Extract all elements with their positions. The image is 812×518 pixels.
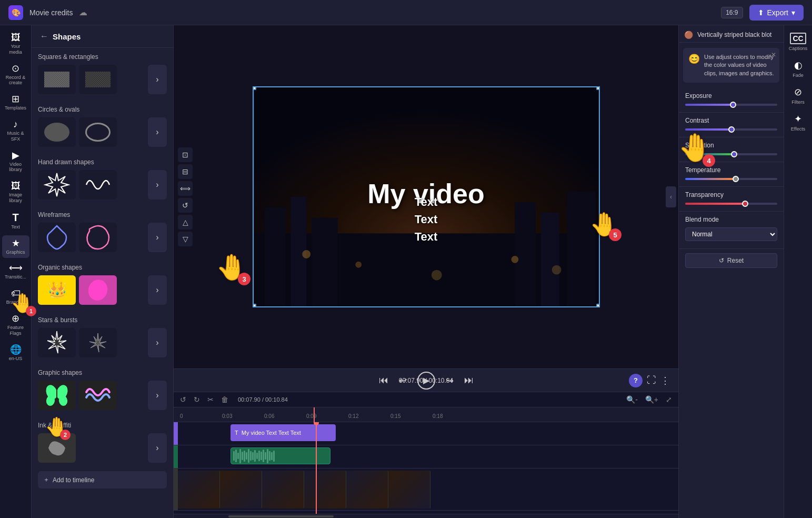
redo-button[interactable]: △	[178, 215, 193, 230]
ink-graffiti-more-button[interactable]: ›	[148, 433, 167, 463]
playhead[interactable]	[316, 422, 317, 514]
sidebar-item-text[interactable]: T Text	[2, 209, 29, 233]
contrast-slider-track[interactable]	[685, 128, 777, 131]
hand-drawn-row: ›	[38, 170, 167, 200]
circles-more-button[interactable]: ›	[148, 117, 167, 147]
exposure-slider-thumb[interactable]	[730, 102, 736, 108]
hand-drawn-more-button[interactable]: ›	[148, 170, 167, 200]
category-stars-bursts-title: Stars & bursts	[38, 316, 167, 324]
fullscreen-button[interactable]: ⛶	[647, 375, 656, 386]
timeline-undo-button[interactable]: ↺	[178, 394, 188, 405]
undo-button[interactable]: ↺	[178, 198, 193, 213]
transparency-slider-thumb[interactable]	[742, 201, 748, 207]
shape-crown-thumb[interactable]: 👑	[38, 275, 76, 305]
contrast-slider-thumb[interactable]	[728, 126, 735, 133]
crop-tool-button[interactable]: ⊡	[178, 147, 193, 162]
save-icon[interactable]: ☁	[79, 7, 87, 17]
export-button[interactable]: ⬆ Export ▾	[749, 5, 804, 21]
shape-circle-outline-thumb[interactable]	[79, 117, 117, 147]
shape-hand-star-thumb[interactable]	[38, 170, 76, 200]
canvas-text-line2: Text	[415, 210, 438, 227]
sidebar-item-language[interactable]: 🌐 en-US	[2, 342, 29, 365]
right-item-captions[interactable]: CC Captions	[786, 29, 810, 54]
sidebar-item-brand-kit[interactable]: 🏷 Brand kit	[2, 285, 29, 308]
shape-butterfly-thumb[interactable]	[38, 381, 76, 410]
reset-button[interactable]: ↺ Reset	[685, 253, 777, 268]
sidebar-item-record[interactable]: ⊙ Record & create	[2, 61, 29, 89]
selection-handle-tr[interactable]	[596, 87, 599, 90]
shape-wire1-thumb[interactable]	[38, 223, 76, 252]
shape-squiggle2-thumb[interactable]	[79, 381, 117, 410]
scroll-thumb[interactable]	[228, 515, 334, 517]
fit-timeline-button[interactable]: ⤢	[664, 394, 674, 405]
squares-row: ›	[38, 65, 167, 94]
transitions-icon: ⟷	[9, 263, 23, 273]
exposure-slider-track[interactable]	[685, 104, 777, 106]
shape-circle-fill-thumb[interactable]	[38, 117, 76, 147]
timeline-scroll-bar[interactable]	[174, 514, 678, 518]
zoom-in-button[interactable]: 🔍+	[643, 394, 660, 405]
sidebar-item-transitions[interactable]: ⟷ Transitic...	[2, 260, 29, 283]
captions-label: Captions	[789, 46, 808, 51]
right-item-filters[interactable]: ⊘ Filters	[786, 83, 810, 108]
temperature-slider-track[interactable]	[685, 178, 777, 180]
shape-starburst1-thumb[interactable]	[38, 328, 76, 357]
organic-row: 👑 ›	[38, 275, 167, 305]
add-to-timeline-banner[interactable]: ＋ Add to timeline	[38, 471, 167, 489]
resize-tool-button[interactable]: ⊟	[178, 164, 193, 179]
timeline-cut-button[interactable]: ✂	[205, 394, 216, 405]
selection-handle-br[interactable]	[596, 304, 599, 306]
canvas-frame[interactable]: My video Text Text Text	[253, 86, 600, 307]
shape-ink1-thumb[interactable]	[38, 433, 76, 463]
more-options-button[interactable]: ⋮	[660, 375, 670, 386]
timeline-delete-button[interactable]: 🗑	[219, 394, 230, 405]
sidebar-item-feature-flags[interactable]: ⊕ Feature Flags	[2, 311, 29, 340]
notification-close-button[interactable]: ✕	[771, 51, 776, 58]
graphic-shapes-more-button[interactable]: ›	[148, 381, 167, 410]
waveform-bar	[265, 452, 266, 460]
shape-squiggle-thumb[interactable]	[79, 170, 117, 200]
shape-blob-thumb[interactable]	[79, 275, 117, 305]
graphic-shapes-row: ›	[38, 381, 167, 410]
squares-more-button[interactable]: ›	[148, 65, 167, 94]
background-clip[interactable]	[178, 471, 678, 509]
blend-mode-select[interactable]: Normal Multiply Screen Overlay	[685, 227, 777, 241]
right-item-effects[interactable]: ✦ Effects	[786, 110, 810, 135]
wireframes-more-button[interactable]: ›	[148, 223, 167, 252]
sidebar-item-your-media[interactable]: 🖼 Your media	[2, 29, 29, 58]
shape-rect-fill-thumb[interactable]	[38, 65, 76, 94]
zoom-out-button[interactable]: 🔍-	[624, 394, 640, 405]
track-content-video	[178, 445, 678, 468]
sidebar-item-templates[interactable]: ⊞ Templates	[2, 91, 29, 114]
selection-handle-tl[interactable]	[254, 87, 256, 90]
music-icon: ♪	[13, 119, 18, 129]
sidebar-item-music[interactable]: ♪ Music & SFX	[2, 116, 29, 145]
sidebar-item-video-library[interactable]: ▶ Video library	[2, 147, 29, 176]
organic-more-button[interactable]: ›	[148, 275, 167, 305]
playback-right: ? ⛶ ⋮	[629, 374, 670, 387]
timeline-tracks[interactable]: T My video Text Text Text	[174, 422, 678, 514]
shape-wire2-thumb[interactable]	[79, 223, 117, 252]
skip-forward-button[interactable]: ⏭	[464, 375, 474, 386]
flip-v-button[interactable]: ▽	[178, 232, 193, 246]
right-item-fade[interactable]: ◐ Fade	[786, 56, 810, 81]
panel-back-button[interactable]: ←	[40, 32, 48, 41]
sidebar-item-image-library[interactable]: 🖼 Image library	[2, 178, 29, 207]
selection-handle-bl[interactable]	[254, 304, 256, 306]
skip-back-button[interactable]: ⏮	[379, 375, 388, 386]
transparency-slider-track[interactable]	[685, 203, 777, 205]
stars-bursts-more-button[interactable]: ›	[148, 328, 167, 357]
panel-collapse-button[interactable]: ‹	[666, 186, 676, 207]
waveform-bar	[258, 451, 260, 461]
flip-h-button[interactable]: ⟺	[178, 181, 193, 196]
text-clip[interactable]: T My video Text Text Text	[230, 424, 336, 441]
timeline-area: ↺ ↻ ✂ 🗑 00:07.90 / 00:10.84 🔍- 🔍+ ⤢ 0 0:…	[174, 392, 678, 518]
sidebar-item-graphics[interactable]: ★ Graphics	[2, 235, 29, 258]
help-button[interactable]: ?	[629, 374, 643, 387]
shape-rect-pattern-thumb[interactable]	[79, 65, 117, 94]
shape-starburst2-thumb[interactable]	[79, 328, 117, 357]
timeline-redo-button[interactable]: ↻	[192, 394, 202, 405]
saturation-slider-thumb[interactable]	[731, 151, 737, 157]
temperature-slider-thumb[interactable]	[733, 176, 739, 182]
saturation-slider-track[interactable]	[685, 153, 777, 155]
